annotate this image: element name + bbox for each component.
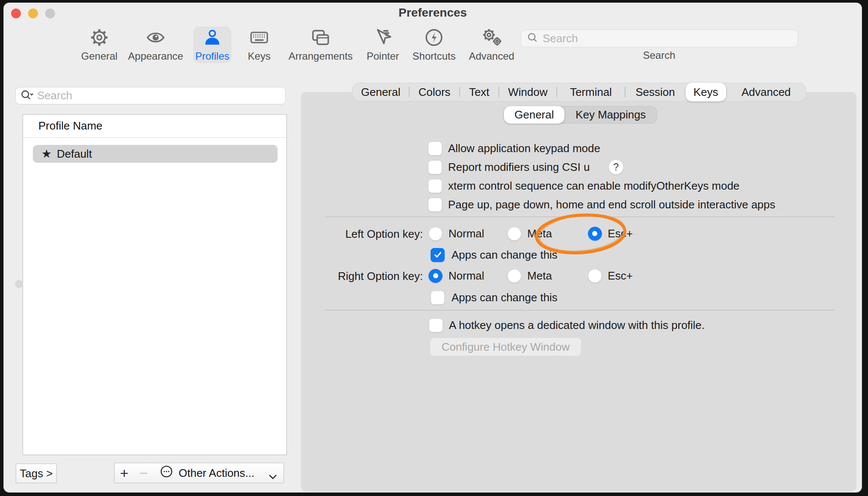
remove-profile-button[interactable]: − — [134, 463, 154, 483]
divider — [325, 310, 835, 311]
person-icon — [202, 26, 223, 49]
tags-button-label: Tags > — [20, 467, 52, 480]
configure-hotkey-window-button[interactable]: Configure Hotkey Window — [430, 337, 582, 356]
profile-list: Profile Name ★ Default — [23, 114, 287, 455]
toolbar-item-label: Advanced — [469, 50, 515, 62]
checkbox-label: Page up, page down, home and end scroll … — [448, 198, 775, 211]
plus-icon: + — [120, 465, 129, 482]
subtab-general[interactable]: General — [504, 106, 564, 124]
toolbar-item-label: Keys — [248, 50, 270, 62]
other-actions-label: Other Actions... — [179, 467, 255, 480]
radio-right-normal[interactable] — [428, 269, 443, 283]
tab-terminal[interactable]: Terminal — [557, 83, 625, 101]
apps-can-change-row: Apps can change this — [431, 248, 558, 262]
tab-general[interactable]: General — [352, 83, 409, 101]
star-icon: ★ — [41, 147, 52, 161]
tab-colors[interactable]: Colors — [409, 83, 460, 101]
other-actions-dropdown[interactable]: Other Actions... — [153, 463, 284, 483]
lightning-icon — [424, 26, 444, 49]
toolbar-item-advanced[interactable]: Advanced — [457, 26, 526, 63]
checkbox-right-apps-can-change[interactable] — [431, 291, 445, 305]
right-option-key-label: Right Option key: — [295, 270, 423, 283]
checkbox-modify-other-keys[interactable] — [428, 179, 442, 193]
subtab-key-mappings[interactable]: Key Mappings — [564, 106, 657, 124]
search-scope-icon — [20, 89, 34, 103]
keys-subtabs: General Key Mappings — [504, 106, 657, 124]
toolbar-item-arrangements[interactable]: Arrangements — [286, 26, 355, 63]
panel-resize-dot[interactable] — [15, 280, 23, 288]
column-header: Profile Name — [38, 119, 102, 133]
search-icon — [527, 32, 538, 45]
radio-left-normal[interactable] — [428, 227, 443, 241]
checkbox-allow-keypad[interactable] — [428, 141, 442, 156]
question-mark-icon: ? — [613, 161, 619, 173]
toolbar-item-label: Appearance — [128, 50, 183, 62]
windows-icon — [310, 26, 332, 49]
left-option-radio-group: Normal Meta Esc+ — [428, 226, 633, 241]
tab-advanced[interactable]: Advanced — [726, 83, 806, 101]
radio-right-esc[interactable] — [588, 269, 602, 283]
left-option-key-label: Left Option key: — [295, 228, 423, 241]
radio-left-meta[interactable] — [507, 227, 521, 241]
cursor-icon — [373, 26, 393, 49]
checkbox-label: Allow application keypad mode — [448, 142, 600, 155]
checkbox-csi-u[interactable] — [428, 160, 442, 174]
radio-right-meta[interactable] — [507, 269, 521, 283]
checkbox-row: xterm control sequence can enable modify… — [428, 179, 740, 193]
preferences-window: Preferences General Appearance Pro — [3, 3, 862, 493]
keyboard-icon — [248, 26, 270, 49]
right-option-radio-group: Normal Meta Esc+ — [428, 268, 633, 283]
chevron-down-icon — [268, 470, 278, 483]
checkbox-label: xterm control sequence can enable modify… — [448, 179, 740, 193]
toolbar-search-label: Search — [643, 49, 675, 61]
eye-icon — [145, 26, 167, 49]
tab-session[interactable]: Session — [625, 83, 686, 101]
double-gear-icon — [480, 26, 503, 49]
profile-name: Default — [57, 147, 92, 161]
toolbar-item-label: Pointer — [367, 50, 399, 62]
search-placeholder: Search — [37, 89, 72, 102]
tab-text[interactable]: Text — [460, 83, 499, 101]
check-icon — [433, 250, 443, 260]
checkbox-row: Page up, page down, home and end scroll … — [428, 197, 775, 212]
divider — [325, 216, 835, 217]
toolbar-item-label: Profiles — [195, 50, 229, 62]
profile-search-field[interactable]: Search — [15, 87, 286, 104]
checkbox-label: Report modifiers using CSI u — [448, 161, 590, 174]
gear-icon — [89, 26, 110, 49]
search-placeholder: Search — [543, 32, 578, 45]
checkbox-hotkey-window[interactable] — [429, 318, 443, 332]
profile-row-default[interactable]: ★ Default — [33, 145, 278, 163]
tab-keys[interactable]: Keys — [686, 83, 726, 101]
toolbar-search-field[interactable]: Search — [521, 29, 798, 47]
window-title: Preferences — [3, 6, 862, 20]
toolbar-item-label: Shortcuts — [412, 50, 455, 62]
checkbox-row: Report modifiers using CSI u — [428, 160, 590, 174]
profile-detail-tabs: General Colors Text Window Terminal Sess… — [352, 83, 806, 101]
toolbar-item-keys[interactable]: Keys — [225, 26, 293, 63]
checkbox-left-apps-can-change[interactable] — [431, 248, 445, 262]
minus-icon: − — [139, 465, 148, 482]
screenshot-stage: Preferences General Appearance Pro — [0, 0, 868, 496]
circled-ellipsis-icon — [159, 464, 174, 482]
tags-button[interactable]: Tags > — [16, 464, 57, 483]
radio-left-esc[interactable] — [588, 227, 602, 241]
apps-can-change-row: Apps can change this — [431, 290, 558, 305]
tab-window[interactable]: Window — [499, 83, 557, 101]
help-button[interactable]: ? — [608, 159, 624, 175]
checkbox-row: Allow application keypad mode — [428, 141, 600, 156]
toolbar-item-label: Arrangements — [289, 50, 353, 62]
toolbar-item-label: General — [81, 50, 117, 62]
profile-list-header[interactable]: Profile Name — [23, 115, 286, 138]
checkbox-scroll-outside-apps[interactable] — [428, 198, 442, 212]
add-profile-button[interactable]: + — [114, 463, 134, 483]
hotkey-row: A hotkey opens a dedicated window with t… — [429, 318, 705, 332]
